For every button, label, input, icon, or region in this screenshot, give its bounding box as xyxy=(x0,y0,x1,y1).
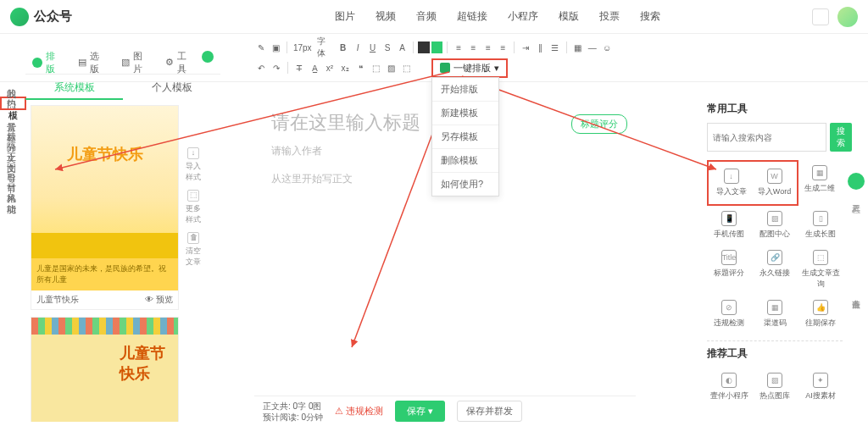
bg-color-dark[interactable] xyxy=(418,41,430,53)
save-group-button[interactable]: 保存并群发 xyxy=(457,401,522,422)
italic-icon[interactable]: I xyxy=(351,41,364,54)
strip-template[interactable]: 模板 xyxy=(0,97,26,110)
hr-icon[interactable]: — xyxy=(586,41,598,54)
menu-help[interactable]: 如何使用? xyxy=(432,173,498,196)
strip-function[interactable]: 功能 xyxy=(0,191,23,202)
paint-icon[interactable]: ▣ xyxy=(269,41,281,54)
code-icon[interactable]: ⬚ xyxy=(369,61,382,75)
clear-format-icon[interactable]: T̶ xyxy=(292,61,306,75)
nav-image[interactable]: 图片 xyxy=(326,6,364,27)
table-icon[interactable]: ▦ xyxy=(571,41,584,54)
emoji-icon[interactable]: ☺ xyxy=(600,41,613,54)
align-justify-icon[interactable]: ≡ xyxy=(497,41,509,54)
menu-new[interactable]: 新建模板 xyxy=(432,102,498,125)
rating-button[interactable]: 标题评分 xyxy=(571,114,627,134)
tool-miniprogram[interactable]: ◐壹伴小程序 xyxy=(707,368,751,407)
nav-video[interactable]: 视频 xyxy=(367,6,404,27)
font-color-icon[interactable]: A xyxy=(396,41,409,54)
download-icon[interactable] xyxy=(812,8,829,25)
avatar[interactable] xyxy=(837,7,858,27)
font-size[interactable]: 17px xyxy=(292,43,314,53)
strip-style[interactable]: 风格 xyxy=(0,181,23,191)
strike-icon[interactable]: S xyxy=(381,41,393,54)
subtab-personal[interactable]: 个人模板 xyxy=(123,75,220,100)
strip-holiday[interactable]: 节日 xyxy=(0,171,23,181)
tool-image-center[interactable]: ▨配图中心 xyxy=(753,206,797,245)
indent-icon[interactable]: ⇥ xyxy=(519,41,531,54)
float-green-dot[interactable] xyxy=(848,173,865,190)
strip-guide[interactable]: 引导 xyxy=(0,161,23,171)
clear-article[interactable]: 🗑清空文章 xyxy=(183,229,203,271)
align-right-icon[interactable]: ≡ xyxy=(481,41,494,54)
strip-imagetext[interactable]: 图文 xyxy=(0,151,23,161)
nav-miniprogram[interactable]: 小程序 xyxy=(499,6,547,27)
tool-permalink[interactable]: 🔗永久链接 xyxy=(753,245,797,295)
strip-body[interactable]: 正文 xyxy=(0,141,23,151)
undo-icon[interactable]: ↶ xyxy=(254,61,268,75)
line-height-icon[interactable]: ‖ xyxy=(534,41,547,54)
save-button[interactable]: 保存 ▾ xyxy=(395,401,445,422)
tool-violation[interactable]: ⊘违规检测 xyxy=(707,295,751,334)
strip-hot[interactable]: 热门 xyxy=(0,86,23,97)
sub-icon[interactable]: x₂ xyxy=(338,61,352,75)
tab-image[interactable]: ▧ 图片 xyxy=(114,51,159,74)
template-card-2[interactable] xyxy=(31,317,179,422)
tool-search-input[interactable] xyxy=(707,123,826,152)
float-right: 工具栏 准备点击 xyxy=(846,169,866,298)
font-family[interactable]: 字体 xyxy=(315,36,335,59)
tool-hot-images[interactable]: ▨热点图库 xyxy=(753,368,797,407)
tool-qrcode[interactable]: ▦生成二维 xyxy=(801,160,838,199)
tool-long-image[interactable]: ▯生成长图 xyxy=(798,206,843,245)
tool-import-article[interactable]: ↓导入文章 xyxy=(710,163,752,202)
subtab-system[interactable]: 系统模板 xyxy=(25,75,123,100)
template-list: 儿童是国家的未来，是民族的希望。祝所有儿童 儿童节快乐 👁 预览 ↓导入样式 ⬚… xyxy=(25,100,220,422)
brush-icon[interactable]: ✎ xyxy=(254,41,267,54)
nav-vote[interactable]: 投票 xyxy=(591,6,628,27)
nav-link[interactable]: 超链接 xyxy=(448,6,496,27)
strip-title[interactable]: 标题 xyxy=(0,120,23,130)
float-toolbar[interactable]: 工具栏 xyxy=(846,193,865,203)
oneclick-dropdown[interactable]: 一键排版 ▾ 开始排版 新建模板 另存模板 删除模板 如何使用? xyxy=(431,58,508,78)
tab-select[interactable]: ▤ 选版 xyxy=(71,51,115,74)
strip-divider[interactable]: 分隔 xyxy=(0,130,23,141)
align-center-icon[interactable]: ≡ xyxy=(467,41,480,54)
align-left-icon[interactable]: ≡ xyxy=(452,41,465,54)
menu-saveas[interactable]: 另存模板 xyxy=(432,125,498,149)
template-preview-1[interactable]: 👁 预览 xyxy=(145,294,173,306)
watermark-icon[interactable]: ⬚ xyxy=(399,61,413,75)
menu-start[interactable]: 开始排版 xyxy=(432,78,498,102)
tool-article-query[interactable]: ⬚生成文章查询 xyxy=(798,245,843,295)
image-icon[interactable]: ▨ xyxy=(384,61,398,75)
nav-search[interactable]: 搜索 xyxy=(632,6,669,27)
menu-delete[interactable]: 删除模板 xyxy=(432,149,498,173)
sup-icon[interactable]: x² xyxy=(323,61,337,75)
tool-ai-search[interactable]: ✦AI搜素材 xyxy=(798,368,843,407)
nav-audio[interactable]: 音频 xyxy=(408,6,445,27)
tool-search-button[interactable]: 搜索 xyxy=(830,123,852,152)
tool-phone-upload[interactable]: 📱手机传图 xyxy=(707,206,751,245)
tool-title-rating[interactable]: Title标题评分 xyxy=(707,245,751,295)
template-card-1[interactable]: 儿童是国家的未来，是民族的希望。祝所有儿童 儿童节快乐 👁 预览 ↓导入样式 ⬚… xyxy=(31,105,179,310)
bg-color-green[interactable] xyxy=(431,41,443,53)
more-style[interactable]: ⬚更多样式 xyxy=(183,186,203,229)
tab-tools[interactable]: ⚙ 工具 xyxy=(159,51,203,74)
tool-channel-code[interactable]: ▦渠道码 xyxy=(753,295,797,334)
strip-mine[interactable]: 我的 xyxy=(0,76,23,86)
template-title-1: 儿童节快乐 xyxy=(36,294,79,306)
float-click[interactable]: 准备点击 xyxy=(846,288,865,298)
quote-icon[interactable]: ❝ xyxy=(353,61,367,75)
import-style[interactable]: ↓导入样式 xyxy=(183,144,203,186)
logo[interactable]: 公众号 xyxy=(10,8,72,26)
redo-icon[interactable]: ↷ xyxy=(270,61,283,75)
tool-past-save[interactable]: 👍往期保存 xyxy=(798,295,843,334)
underline-icon[interactable]: U xyxy=(366,41,379,54)
format-paint-icon[interactable]: A̲ xyxy=(308,61,321,75)
bold-icon[interactable]: B xyxy=(337,41,349,54)
list-icon[interactable]: ☰ xyxy=(548,41,561,54)
template-thumbnail-2 xyxy=(31,318,178,422)
tab-layout[interactable]: 排版 xyxy=(25,51,71,74)
violation-check[interactable]: ⚠ 违规检测 xyxy=(335,405,383,418)
nav-template[interactable]: 模版 xyxy=(550,6,587,27)
tool-import-word[interactable]: W导入Word xyxy=(754,163,795,202)
strip-bg[interactable]: 背景 xyxy=(0,110,23,120)
